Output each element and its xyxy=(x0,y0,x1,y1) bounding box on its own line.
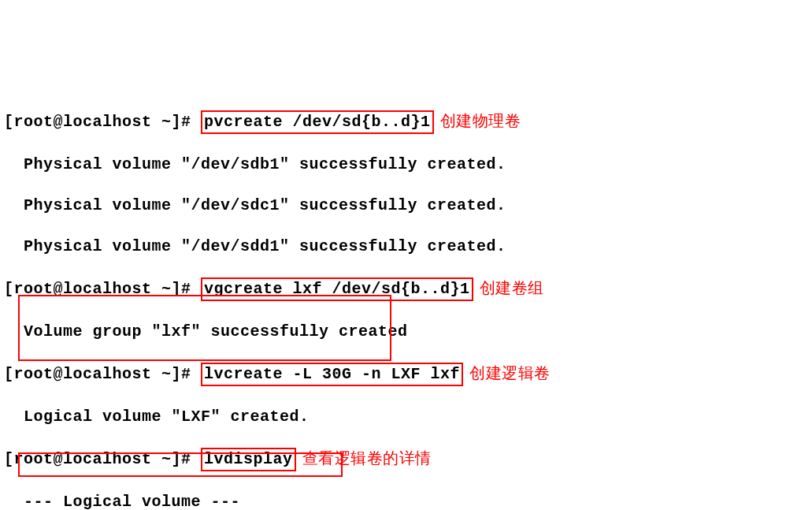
cmd-line-pvcreate: [root@localhost ~]# pvcreate /dev/sd{b..… xyxy=(4,110,808,134)
command-pvcreate: pvcreate /dev/sd{b..d}1 xyxy=(201,110,434,134)
output-line: Physical volume "/dev/sdb1" successfully… xyxy=(4,154,808,175)
annotation-lvcreate: 创建逻辑卷 xyxy=(469,365,551,383)
prompt: [root@localhost ~]# xyxy=(4,113,191,131)
annotation-pvcreate: 创建物理卷 xyxy=(440,113,521,131)
cmd-line-lvcreate: [root@localhost ~]# lvcreate -L 30G -n L… xyxy=(4,363,808,386)
annotation-lvdisplay: 查看逻辑卷的详情 xyxy=(302,450,432,468)
output-line: Volume group "lxf" successfully created xyxy=(4,322,808,342)
cmd-line-lvdisplay: [root@localhost ~]# lvdisplay查看逻辑卷的详情 xyxy=(4,448,808,471)
output-line: Physical volume "/dev/sdc1" successfully… xyxy=(4,195,808,216)
prompt: [root@localhost ~]# xyxy=(4,450,191,468)
terminal-output: [root@localhost ~]# pvcreate /dev/sd{b..… xyxy=(4,90,808,510)
output-line: Logical volume "LXF" created. xyxy=(4,407,808,427)
command-lvcreate: lvcreate -L 30G -n LXF lxf xyxy=(201,363,463,386)
command-lvdisplay: lvdisplay xyxy=(201,448,296,471)
prompt: [root@localhost ~]# xyxy=(4,365,191,383)
output-line: Physical volume "/dev/sdd1" successfully… xyxy=(4,236,808,257)
command-vgcreate: vgcreate lxf /dev/sd{b..d}1 xyxy=(201,277,473,301)
output-line: --- Logical volume --- xyxy=(4,492,808,510)
annotation-vgcreate: 创建卷组 xyxy=(480,280,544,298)
prompt: [root@localhost ~]# xyxy=(4,280,191,298)
cmd-line-vgcreate: [root@localhost ~]# vgcreate lxf /dev/sd… xyxy=(4,277,808,301)
